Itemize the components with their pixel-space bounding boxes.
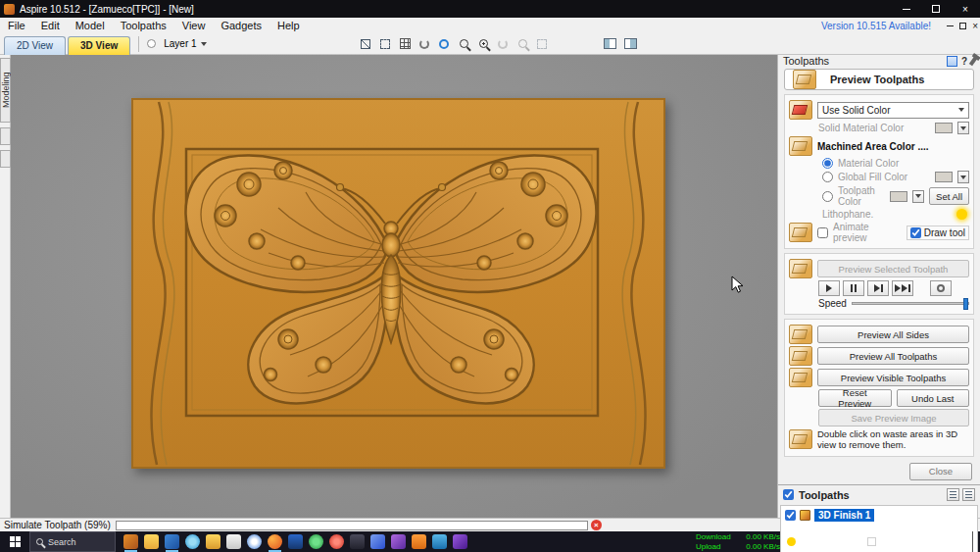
- toolpath-levels-icon[interactable]: [947, 488, 959, 501]
- toolpath-color-dropdown[interactable]: [912, 190, 924, 203]
- panel-book-icon[interactable]: [947, 56, 957, 67]
- show-desktop-button[interactable]: [972, 531, 975, 552]
- zoom-selection-icon[interactable]: [514, 35, 531, 52]
- speed-slider-handle[interactable]: [963, 298, 968, 310]
- menu-help[interactable]: Help: [270, 18, 308, 33]
- clock[interactable]: 11:52 AM: [909, 537, 946, 547]
- pause-button[interactable]: [843, 280, 864, 296]
- undo-last-button[interactable]: Undo Last: [897, 389, 970, 407]
- minimize-button[interactable]: [892, 0, 921, 18]
- help-icon[interactable]: ?: [961, 56, 967, 67]
- speed-slider[interactable]: [852, 302, 969, 305]
- preview-selected-toolpath-button[interactable]: Preview Selected Toolpath: [817, 260, 969, 277]
- pan-view-icon[interactable]: [416, 35, 433, 52]
- cancel-simulation-button[interactable]: ×: [591, 520, 602, 530]
- grid-icon[interactable]: [397, 35, 414, 52]
- lithophane-sun-icon[interactable]: [956, 209, 967, 220]
- tab-3d-view[interactable]: 3D View: [68, 36, 130, 55]
- zoom-in-icon[interactable]: [475, 35, 492, 52]
- start-button[interactable]: [0, 531, 29, 552]
- menu-toolpaths[interactable]: Toolpaths: [113, 18, 174, 33]
- menu-edit[interactable]: Edit: [33, 18, 68, 33]
- set-all-button[interactable]: Set All: [929, 187, 969, 205]
- mdi-minimize-icon[interactable]: [947, 25, 954, 26]
- toolpath-list-item[interactable]: 3D Finish 1: [785, 509, 973, 522]
- tab-modeling[interactable]: Modeling: [0, 58, 11, 123]
- net-speed-widget[interactable]: Download0.00 KB/s Upload0.00 KB/s: [696, 532, 780, 550]
- toolpaths-visibility-checkbox[interactable]: [783, 489, 794, 500]
- preview-all-sides-button[interactable]: Preview All Sides: [817, 326, 969, 343]
- taskbar-app-icon[interactable]: [144, 534, 159, 549]
- pin-panel-icon[interactable]: [969, 56, 977, 66]
- guides-icon[interactable]: [377, 35, 394, 52]
- snap-grid-icon[interactable]: [358, 35, 374, 52]
- solid-color-dropdown[interactable]: Use Solid Color: [817, 102, 969, 119]
- taskbar-app-icon[interactable]: [370, 534, 385, 549]
- volume-icon[interactable]: [855, 538, 860, 546]
- taskbar-app-icon[interactable]: [288, 534, 303, 549]
- skip-to-end-button[interactable]: [892, 280, 913, 296]
- taskbar-app-icon[interactable]: [185, 534, 200, 549]
- language-indicator[interactable]: ENG: [883, 537, 903, 547]
- version-update-link[interactable]: Version 10.515 Available!: [821, 21, 931, 31]
- taskbar-app-icon[interactable]: [226, 534, 241, 549]
- taskbar-app-icon[interactable]: [247, 534, 262, 549]
- global-fill-color-radio[interactable]: [822, 172, 833, 182]
- taskbar-app-icon[interactable]: [309, 534, 323, 549]
- toolpath-item-checkbox[interactable]: [785, 510, 796, 521]
- taskbar-app-icon[interactable]: [123, 534, 138, 549]
- toolpath-color-radio[interactable]: [822, 191, 833, 202]
- left-mini-tab-1[interactable]: [0, 127, 11, 145]
- taskbar-app-icon[interactable]: [432, 534, 447, 549]
- taskbar-app-icon[interactable]: [268, 534, 282, 549]
- animate-preview-checkbox[interactable]: [817, 227, 828, 238]
- solid-material-color-swatch[interactable]: [935, 123, 953, 133]
- notification-center-icon[interactable]: [953, 536, 963, 547]
- solid-material-color-dropdown[interactable]: [957, 122, 969, 134]
- taskbar-search[interactable]: Search: [29, 531, 116, 552]
- network-icon[interactable]: [837, 537, 848, 546]
- global-fill-color-swatch[interactable]: [935, 172, 953, 182]
- close-button[interactable]: ×: [951, 0, 980, 18]
- left-mini-tab-2[interactable]: [0, 150, 11, 168]
- menu-model[interactable]: Model: [68, 18, 113, 33]
- zoom-extents-icon[interactable]: [534, 35, 551, 52]
- menu-view[interactable]: View: [174, 18, 214, 33]
- taskbar-app-icon[interactable]: [453, 534, 467, 549]
- reset-preview-button[interactable]: Reset Preview: [818, 389, 892, 407]
- split-view-left-icon[interactable]: [602, 35, 618, 52]
- taskbar-app-icon[interactable]: [350, 534, 365, 549]
- step-forward-button[interactable]: [867, 280, 889, 296]
- maximize-button[interactable]: [921, 0, 951, 18]
- draw-tool-checkbox[interactable]: [910, 227, 921, 238]
- rotate-view-icon[interactable]: [436, 35, 453, 52]
- zoom-out-icon[interactable]: [456, 35, 472, 52]
- close-panel-button[interactable]: Close: [909, 463, 972, 480]
- preview-visible-toolpaths-button[interactable]: Preview Visible Toolpaths: [817, 369, 969, 386]
- 3d-view-canvas[interactable]: [11, 55, 777, 518]
- mdi-restore-icon[interactable]: [959, 23, 966, 29]
- menu-file[interactable]: File: [0, 18, 33, 33]
- split-view-right-icon[interactable]: [622, 35, 639, 52]
- taskbar-app-icon[interactable]: [391, 534, 406, 549]
- global-fill-color-dropdown[interactable]: [957, 171, 969, 183]
- weather-widget[interactable]: 90°F: [787, 537, 817, 547]
- toolpath-list-icon[interactable]: [962, 488, 975, 501]
- taskbar-app-icon[interactable]: [329, 534, 344, 549]
- zoom-previous-icon[interactable]: [495, 35, 512, 52]
- taskbar-app-icon[interactable]: [206, 534, 220, 549]
- taskbar-app-icon[interactable]: [412, 534, 426, 549]
- tab-2d-view[interactable]: 2D View: [4, 36, 66, 55]
- preview-all-toolpaths-button[interactable]: Preview All Toolpaths: [817, 347, 969, 365]
- taskbar-app-icon[interactable]: [165, 534, 179, 549]
- menu-gadgets[interactable]: Gadgets: [213, 18, 270, 33]
- tray-overflow-icon[interactable]: [821, 539, 829, 547]
- mdi-close-icon[interactable]: ×: [972, 21, 978, 31]
- tray-misc-icon[interactable]: [867, 537, 876, 546]
- play-button[interactable]: [818, 280, 840, 296]
- material-color-radio[interactable]: [822, 158, 833, 169]
- toolpath-color-swatch[interactable]: [890, 191, 907, 202]
- carved-wood-panel[interactable]: [131, 98, 665, 469]
- layer-dropdown[interactable]: Layer 1: [160, 36, 210, 51]
- save-preview-image-button[interactable]: Save Preview Image: [818, 409, 969, 427]
